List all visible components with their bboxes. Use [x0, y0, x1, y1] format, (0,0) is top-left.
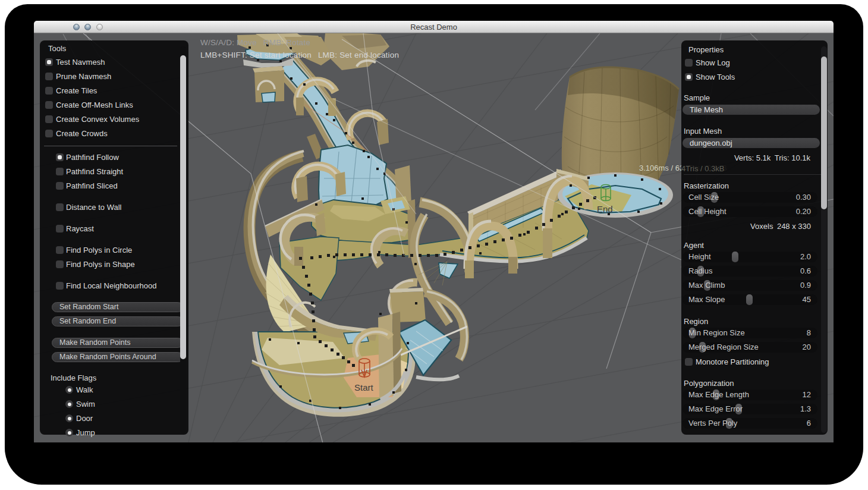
- svg-text:Start: Start: [354, 382, 374, 392]
- svg-text:End: End: [597, 204, 613, 214]
